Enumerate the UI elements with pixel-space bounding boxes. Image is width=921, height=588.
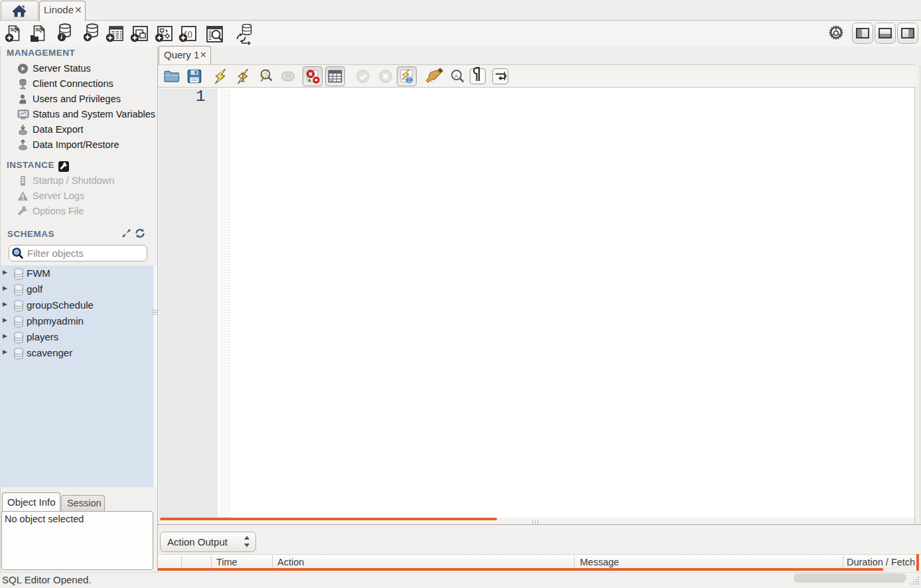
svg-text:i: i	[60, 33, 62, 40]
svg-text:A: A	[455, 73, 459, 79]
svg-text:(): ()	[188, 30, 192, 38]
